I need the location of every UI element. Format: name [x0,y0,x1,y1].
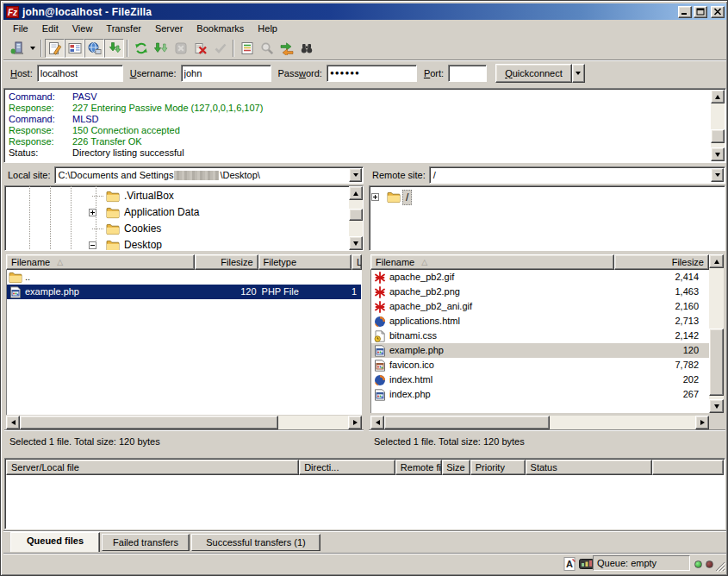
scroll-thumb[interactable] [349,209,363,221]
local-tree-scrollbar[interactable] [349,186,363,250]
file-row[interactable]: favicon.ico7,782 [371,358,709,373]
tree-item-label[interactable]: / [402,190,412,205]
file-row[interactable]: example.php120 [371,343,709,358]
queue-column-size[interactable]: Size [442,460,470,475]
local-file-list[interactable]: ..example.php120PHP File1 [6,270,362,415]
scroll-right-button[interactable] [348,416,362,429]
file-search-button[interactable] [257,39,277,58]
scroll-up-button[interactable] [349,186,363,200]
scroll-right-button[interactable] [695,416,709,429]
tree-item[interactable]: .VirtualBox [5,188,363,204]
quickconnect-dropdown-button[interactable] [572,64,585,83]
scroll-thumb[interactable] [20,416,278,429]
file-row[interactable]: apache_pb2.gif2,414 [371,270,709,285]
queue-column-blank[interactable] [652,460,724,475]
port-input[interactable] [448,65,487,82]
menu-help[interactable]: Help [251,22,284,35]
column-header-filename[interactable]: Filename△ [370,254,614,270]
tab-successful-transfers-1-[interactable]: Successful transfers (1) [191,534,320,551]
file-row[interactable]: index.html202 [371,373,709,387]
remote-hscrollbar[interactable] [370,416,709,429]
scroll-left-button[interactable] [370,416,384,429]
remote-file-list[interactable]: apache_pb2.gif2,414apache_pb2.png1,463ap… [370,270,709,413]
synchronized-browsing-button[interactable] [296,39,316,58]
local-path-combobox[interactable]: C:\Documents and Settings\Desktop\ [54,166,364,184]
queue-column-status[interactable]: Status [526,460,653,475]
expand-icon[interactable] [371,193,379,201]
file-row[interactable]: applications.html2,713 [371,314,709,329]
menu-edit[interactable]: Edit [35,22,65,35]
tree-item[interactable]: Application Data [5,204,363,221]
tree-item-label[interactable]: Desktop [121,238,165,251]
column-header-filetype[interactable]: Filetype [258,254,352,270]
host-input[interactable] [37,65,123,82]
local-hscrollbar[interactable] [6,416,362,429]
collapse-icon[interactable] [89,241,96,249]
menu-server[interactable]: Server [148,22,190,35]
password-input[interactable] [327,65,417,82]
file-row[interactable]: .. [7,270,361,285]
file-row[interactable]: example.php120PHP File1 [7,285,361,299]
minimize-button[interactable] [678,6,692,18]
tree-item-label[interactable]: Application Data [121,205,202,219]
queue-column-server-local-file[interactable]: Server/Local file [6,460,299,475]
toggle-remote-tree-button[interactable] [84,39,104,58]
combo-dropdown-button[interactable] [711,168,724,182]
remote-vscrollbar[interactable] [709,254,724,413]
close-button[interactable] [711,6,725,18]
disconnect-button[interactable] [190,39,210,58]
process-queue-button[interactable] [151,39,171,58]
toggle-message-log-button[interactable] [45,39,65,58]
file-row[interactable]: index.php267 [371,387,709,402]
column-header-filename[interactable]: Filename△ [6,254,195,270]
column-header-filesize[interactable]: Filesize [195,254,258,270]
expand-icon[interactable] [89,209,96,216]
menu-transfer[interactable]: Transfer [99,22,148,35]
menu-file[interactable]: File [6,22,35,35]
tab-failed-transfers[interactable]: Failed transfers [102,534,190,551]
scroll-thumb[interactable] [711,129,725,143]
quickconnect-button[interactable]: Quickconnect [495,64,572,83]
refresh-button[interactable] [131,39,151,58]
queue-column-priority[interactable]: Priority [470,460,526,475]
menu-view[interactable]: View [65,22,100,35]
transfer-queue[interactable]: Server/Local fileDirecti...Remote fileSi… [4,458,725,529]
scroll-down-button[interactable] [709,399,724,413]
queue-column-directi-[interactable]: Directi... [299,460,395,475]
menu-bookmarks[interactable]: Bookmarks [190,22,251,35]
site-manager-button[interactable] [7,39,27,58]
file-row[interactable]: apache_pb2.png1,463 [371,285,709,299]
cancel-operation-button[interactable] [171,39,190,58]
message-log[interactable]: Command:PASVResponse:227 Entering Passiv… [3,88,726,163]
scroll-down-button[interactable] [711,147,725,161]
directory-comparison-button[interactable] [277,39,296,58]
tree-item[interactable]: Cookies [5,221,363,237]
combo-dropdown-button[interactable] [349,168,362,182]
tree-item[interactable]: Desktop [5,237,363,251]
queue-column-remote-file[interactable]: Remote file [395,460,442,475]
tree-item-label[interactable]: Cookies [121,222,164,235]
filter-button[interactable] [237,39,257,58]
tab-queued-files[interactable]: Queued files [10,532,100,552]
tree-item-label[interactable]: .VirtualBox [121,189,177,203]
log-scrollbar[interactable] [711,90,725,161]
scroll-down-button[interactable] [349,236,363,250]
remote-directory-tree[interactable]: / [369,185,725,251]
resize-grip[interactable] [713,560,725,573]
toggle-local-tree-button[interactable] [65,39,84,58]
column-header-l[interactable]: L [352,254,362,270]
local-directory-tree[interactable]: .VirtualBoxApplication DataCookiesDeskto… [4,185,364,251]
scroll-left-button[interactable] [6,416,20,429]
reconnect-button[interactable] [210,39,230,58]
file-row[interactable]: bitnami.css2,142 [371,329,709,343]
toggle-transfer-queue-button[interactable] [104,39,124,58]
scroll-thumb[interactable] [384,416,550,429]
scroll-up-button[interactable] [709,254,724,268]
scroll-up-button[interactable] [711,90,725,103]
tree-item[interactable]: / [370,189,725,205]
site-manager-dropdown-button[interactable] [27,39,38,58]
scroll-thumb[interactable] [709,329,724,396]
column-header-filesize[interactable]: Filesize [614,254,709,270]
file-row[interactable]: apache_pb2_ani.gif2,160 [371,299,709,314]
remote-path-combobox[interactable]: / [429,166,725,184]
